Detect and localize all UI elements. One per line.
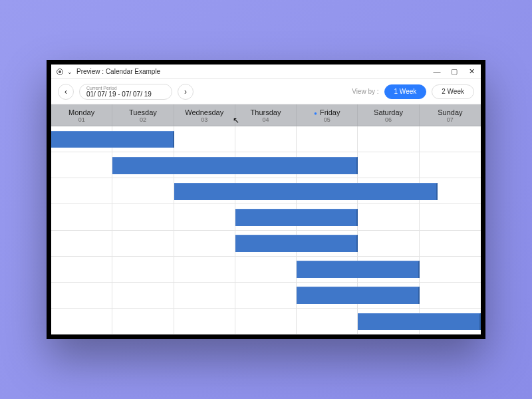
day-name: Wednesday (174, 108, 235, 116)
event-bar[interactable] (358, 313, 481, 331)
day-column: Sunday07 (420, 104, 481, 126)
next-period-button[interactable]: › (178, 84, 194, 100)
event-bar[interactable] (112, 157, 358, 174)
day-column: Wednesday03 (174, 104, 235, 126)
day-name: Tuesday (112, 108, 173, 116)
view-1week-button[interactable]: 1 Week (384, 84, 427, 99)
day-name: Sunday (420, 108, 481, 116)
event-bar[interactable] (51, 131, 174, 148)
day-name: Monday (51, 108, 112, 116)
day-number: 06 (358, 116, 418, 123)
day-number: 02 (112, 116, 173, 123)
day-name: Saturday (358, 108, 418, 116)
record-icon (57, 68, 63, 75)
window-title: Preview : Calendar Example (76, 68, 160, 75)
day-number: 07 (420, 116, 481, 123)
day-number: 04 (235, 116, 296, 123)
event-bar[interactable] (297, 261, 420, 278)
minimize-button[interactable]: — (433, 68, 441, 76)
event-bar[interactable] (174, 183, 438, 200)
view-2week-button[interactable]: 2 Week (432, 84, 474, 99)
app-window: ⌄ Preview : Calendar Example — ▢ ✕ ‹ Cur… (47, 60, 485, 339)
day-column: Thursday04 (235, 104, 297, 126)
titlebar: ⌄ Preview : Calendar Example — ▢ ✕ (51, 65, 481, 79)
event-bar[interactable] (235, 235, 358, 252)
maximize-button[interactable]: ▢ (450, 68, 458, 76)
day-column: Tuesday02 (112, 104, 174, 126)
period-value: 01/ 07/ 19 - 07/ 07/ 19 (86, 90, 165, 98)
prev-period-button[interactable]: ‹ (58, 84, 74, 100)
event-bar[interactable] (297, 287, 420, 304)
day-number: 03 (174, 116, 235, 123)
toolbar: ‹ Current Period 01/ 07/ 19 - 07/ 07/ 19… (51, 79, 481, 104)
day-header: Monday01Tuesday02Wednesday03Thursday04Fr… (51, 104, 481, 126)
day-column: Monday01 (51, 104, 112, 126)
viewby-label: View by : (352, 88, 378, 95)
chevron-down-icon[interactable]: ⌄ (67, 68, 72, 75)
period-label: Current Period (86, 86, 165, 90)
day-column: Friday05 (297, 104, 358, 126)
day-column: Saturday06 (358, 104, 419, 126)
calendar-grid: ↖ (51, 126, 481, 334)
day-number: 05 (297, 116, 357, 123)
day-name: Friday (297, 108, 357, 116)
day-name: Thursday (235, 108, 296, 116)
day-number: 01 (51, 116, 112, 123)
event-bar[interactable] (235, 209, 358, 226)
period-selector[interactable]: Current Period 01/ 07/ 19 - 07/ 07/ 19 (79, 84, 172, 100)
close-button[interactable]: ✕ (467, 68, 475, 76)
